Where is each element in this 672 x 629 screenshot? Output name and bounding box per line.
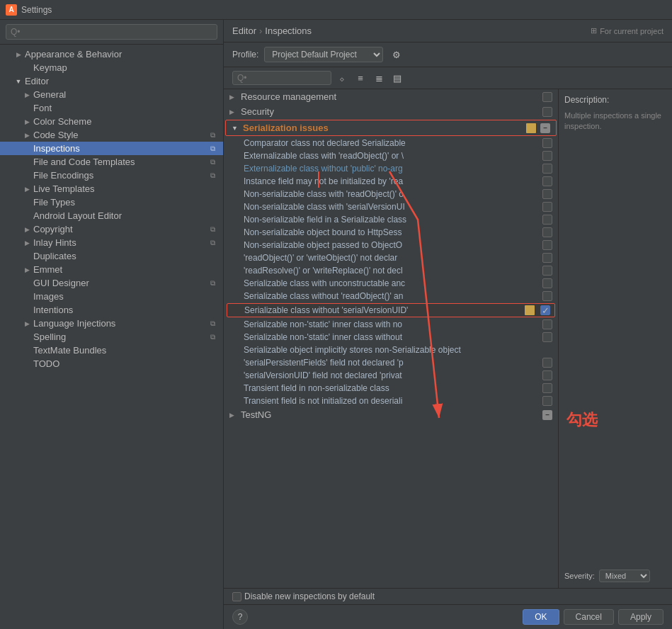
cancel-button[interactable]: Cancel <box>564 609 614 625</box>
insp-checkbox[interactable] <box>542 266 552 276</box>
help-button[interactable]: ? <box>232 609 248 625</box>
sidebar-item-copyright[interactable]: ▶ Copyright ⧉ <box>0 222 223 236</box>
insp-item-non-serializable-object[interactable]: Non-serializable object passed to Object… <box>224 239 558 251</box>
expand-all-button[interactable]: ≡ <box>353 70 368 86</box>
insp-checkbox[interactable] <box>542 358 552 368</box>
insp-checkbox[interactable] <box>542 291 552 301</box>
sidebar-search-input[interactable] <box>6 24 217 40</box>
sidebar-item-emmet[interactable]: ▶ Emmet <box>0 263 223 276</box>
disable-inspections-checkbox[interactable] <box>232 592 241 601</box>
profile-gear-button[interactable]: ⚙ <box>389 47 404 62</box>
sidebar-item-general[interactable]: ▶ General <box>0 88 223 101</box>
sidebar-item-todo[interactable]: ▶ TODO <box>0 357 223 370</box>
sidebar-item-textmate-bundles[interactable]: ▶ TextMate Bundles <box>0 344 223 357</box>
severity-select[interactable]: Mixed <box>599 570 650 582</box>
severity-label: Severity: <box>564 572 595 580</box>
insp-item-non-serializable-field[interactable]: Non-serializable field in a Serializable… <box>224 213 558 226</box>
insp-item-readobject-writeobject[interactable]: 'readObject()' or 'writeObject()' not de… <box>224 251 558 264</box>
insp-item-serialversionuid-not-private[interactable]: 'serialVersionUID' field not declared 'p… <box>224 369 558 382</box>
sidebar-item-color-scheme[interactable]: ▶ Color Scheme <box>0 115 223 128</box>
insp-checkbox-checked[interactable]: ✓ <box>540 305 550 315</box>
sidebar-item-images[interactable]: ▶ Images <box>0 290 223 303</box>
insp-item-serialpersistentfields[interactable]: 'serialPersistentFields' field not decla… <box>224 356 558 369</box>
sidebar-item-file-encodings[interactable]: ▶ File Encodings ⧉ <box>0 169 223 182</box>
group-resource-management[interactable]: ▶ Resource management <box>224 89 558 104</box>
insp-checkbox[interactable] <box>542 176 552 186</box>
insp-checkbox[interactable] <box>542 202 552 212</box>
insp-item-externalizable-readobject[interactable]: Externalizable class with 'readObject()'… <box>224 149 558 162</box>
insp-checkbox[interactable] <box>542 227 552 237</box>
insp-item-label: Serializable non-'static' inner class wi… <box>244 332 540 342</box>
sidebar-item-spelling[interactable]: ▶ Spelling ⧉ <box>0 330 223 344</box>
insp-item-implicitly-stores[interactable]: Serializable object implicitly stores no… <box>224 344 558 356</box>
filter-button[interactable]: ⬦ <box>334 70 350 86</box>
severity-row: Severity: Mixed <box>564 570 666 582</box>
insp-checkbox[interactable] <box>542 278 552 288</box>
insp-item-serializable-unconstructable[interactable]: Serializable class with unconstructable … <box>224 277 558 290</box>
sidebar-item-keymap[interactable]: ▶ Keymap <box>0 61 223 74</box>
insp-checkbox[interactable] <box>542 319 552 329</box>
sidebar-item-file-code-templates[interactable]: ▶ File and Code Templates ⧉ <box>0 155 223 169</box>
insp-checkbox[interactable] <box>542 370 552 380</box>
sidebar-item-live-templates[interactable]: ▶ Live Templates <box>0 182 223 196</box>
insp-checkbox[interactable] <box>542 215 552 225</box>
insp-item-label: 'readResolve()' or 'writeReplace()' not … <box>244 266 540 276</box>
disable-inspections-label: Disable new inspections by default <box>244 591 375 601</box>
insp-item-serializable-no-readobject[interactable]: Serializable class without 'readObject()… <box>224 290 558 302</box>
insp-checkbox[interactable] <box>542 253 552 263</box>
group-security[interactable]: ▶ Security <box>224 104 558 119</box>
group-minus-btn[interactable]: – <box>540 123 550 133</box>
insp-item-non-serializable-svuid[interactable]: Non-serializable class with 'serialVersi… <box>224 200 558 213</box>
insp-item-transient-not-initialized[interactable]: Transient field is not initialized on de… <box>224 395 558 407</box>
insp-item-non-static-inner-without[interactable]: Serializable non-'static' inner class wi… <box>224 331 558 344</box>
group-checkbox[interactable] <box>542 107 552 117</box>
for-current-project: ⊞ For current project <box>591 26 664 35</box>
group-testng[interactable]: ▶ TestNG – <box>224 407 558 422</box>
insp-item-non-static-inner-non[interactable]: Serializable non-'static' inner class wi… <box>224 318 558 331</box>
apply-button[interactable]: Apply <box>618 609 664 625</box>
profile-select[interactable]: Project Default Project <box>264 47 383 62</box>
sidebar-item-intentions[interactable]: ▶ Intentions <box>0 303 223 317</box>
group-color-box <box>526 123 536 133</box>
sidebar-item-appearance-behavior[interactable]: ▶ Appearance & Behavior <box>0 47 223 61</box>
collapse-all-button[interactable]: ≣ <box>371 70 387 86</box>
sidebar-item-duplicates[interactable]: ▶ Duplicates <box>0 249 223 263</box>
insp-item-label: Non-serializable field in a Serializable… <box>244 215 540 225</box>
sidebar-item-android-layout-editor[interactable]: ▶ Android Layout Editor <box>0 209 223 222</box>
insp-checkbox[interactable] <box>542 151 552 161</box>
sidebar-item-code-style[interactable]: ▶ Code Style ⧉ <box>0 128 223 142</box>
insp-checkbox[interactable] <box>542 383 552 393</box>
group-serialization-issues[interactable]: ▼ Serialization issues – <box>225 120 557 136</box>
sidebar-item-language-injections[interactable]: ▶ Language Injections ⧉ <box>0 317 223 330</box>
sidebar-item-font[interactable]: ▶ Font <box>0 101 223 115</box>
insp-checkbox[interactable] <box>542 396 552 406</box>
sidebar-item-file-types[interactable]: ▶ File Types <box>0 196 223 209</box>
group-checkbox[interactable] <box>542 92 552 102</box>
sidebar-item-label: File Encodings <box>33 170 205 181</box>
insp-checkbox[interactable] <box>542 164 552 174</box>
sidebar-item-inlay-hints[interactable]: ▶ Inlay Hints ⧉ <box>0 236 223 249</box>
ok-button[interactable]: OK <box>523 609 559 625</box>
insp-item-comparator[interactable]: Comparator class not declared Serializab… <box>224 137 558 149</box>
insp-item-instance-field[interactable]: Instance field may not be initialized by… <box>224 175 558 188</box>
window-title: Settings <box>21 5 52 15</box>
sidebar-item-editor[interactable]: ▼ Editor <box>0 74 223 88</box>
group-minus-btn[interactable]: – <box>542 410 552 420</box>
insp-item-label: Non-serializable object bound to HttpSes… <box>244 227 540 237</box>
insp-checkbox[interactable] <box>542 138 552 148</box>
insp-item-externalizable-no-public[interactable]: Externalizable class without 'public' no… <box>224 162 558 175</box>
insp-item-serializable-no-svuid[interactable]: Serializable class without 'serialVersio… <box>227 303 555 317</box>
insp-checkbox[interactable] <box>542 189 552 199</box>
insp-item-non-serializable-readobject[interactable]: Non-serializable class with 'readObject(… <box>224 188 558 200</box>
sidebar-item-gui-designer[interactable]: ▶ GUI Designer ⧉ <box>0 276 223 290</box>
inspection-search-input[interactable] <box>232 71 331 85</box>
sidebar-item-inspections[interactable]: ▶ Inspections ⧉ <box>0 142 223 155</box>
insp-checkbox[interactable] <box>542 240 552 250</box>
right-panel: Editor › Inspections ⊞ For current proje… <box>224 20 672 629</box>
insp-checkbox[interactable] <box>542 332 552 342</box>
sidebar-item-label: Android Layout Editor <box>33 210 217 221</box>
insp-item-readresolve-writereplace[interactable]: 'readResolve()' or 'writeReplace()' not … <box>224 264 558 277</box>
insp-item-non-serializable-http[interactable]: Non-serializable object bound to HttpSes… <box>224 226 558 239</box>
layout-button[interactable]: ▤ <box>389 70 405 86</box>
insp-item-transient-non-serializable[interactable]: Transient field in non-serializable clas… <box>224 382 558 395</box>
